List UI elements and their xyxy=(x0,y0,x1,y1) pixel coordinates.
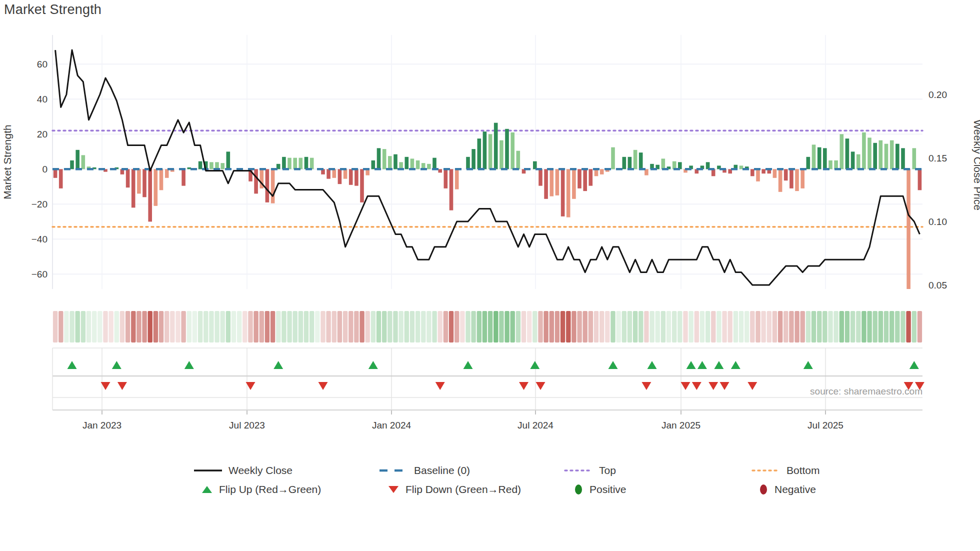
heat-cell xyxy=(750,311,754,342)
heat-cell xyxy=(366,311,370,342)
heat-cell xyxy=(918,311,922,342)
flip-down-marker xyxy=(436,382,445,390)
line-swatch-icon xyxy=(194,468,222,472)
heat-cell xyxy=(343,311,348,342)
heat-cell xyxy=(532,311,537,342)
heat-cell xyxy=(706,311,710,342)
strength-bar xyxy=(550,169,554,196)
legend-label: Positive xyxy=(590,484,626,496)
flip-up-marker xyxy=(274,361,283,369)
strength-bar xyxy=(472,149,476,169)
heat-cell xyxy=(360,311,364,342)
strength-bar xyxy=(377,148,381,169)
right-tick-label: 0.20 xyxy=(928,90,947,100)
strength-bar xyxy=(806,157,810,170)
heat-cell xyxy=(794,311,799,342)
heat-cell xyxy=(594,311,598,342)
legend-item-baseline[interactable]: Baseline (0) xyxy=(379,464,470,477)
flip-down-marker xyxy=(748,382,757,390)
strength-bar xyxy=(154,169,158,206)
heat-cell xyxy=(900,311,905,342)
strength-bar xyxy=(556,169,560,196)
heat-cell xyxy=(376,311,381,342)
strength-bar xyxy=(304,157,308,170)
strength-bar xyxy=(790,169,794,188)
legend-item-flip-down[interactable]: Flip Down (Green→Red) xyxy=(388,483,521,496)
heat-cell xyxy=(226,311,230,342)
heat-cell xyxy=(444,311,448,342)
strength-bar xyxy=(800,169,804,188)
heat-cell xyxy=(873,311,878,342)
strength-bar xyxy=(388,156,392,169)
legend-item-weekly-close[interactable]: Weekly Close xyxy=(194,464,292,477)
strength-bar xyxy=(405,157,409,170)
flip-up-marker xyxy=(686,361,696,369)
strength-bar xyxy=(879,140,883,170)
heat-cell xyxy=(164,311,169,342)
legend-item-flip-up[interactable]: Flip Up (Red→Green) xyxy=(201,483,321,496)
heat-cell xyxy=(694,311,699,342)
heat-cell xyxy=(382,311,386,342)
right-tick-label: 0.05 xyxy=(928,280,947,290)
flip-down-marker xyxy=(708,382,718,390)
heat-cell xyxy=(326,311,330,342)
strength-bar xyxy=(483,132,487,169)
heat-cell xyxy=(678,311,682,342)
heat-cell xyxy=(354,311,358,342)
strength-bar xyxy=(354,169,358,186)
strength-bar xyxy=(622,157,626,170)
heat-cell xyxy=(181,311,186,342)
left-axis-title: Market Strength xyxy=(2,124,13,199)
left-tick-label: 20 xyxy=(37,129,48,140)
strength-bar xyxy=(762,169,766,174)
flip-up-marker xyxy=(714,361,724,369)
heat-cell xyxy=(912,311,916,342)
legend-item-negative[interactable]: Negative xyxy=(758,483,816,496)
heat-cell xyxy=(404,311,409,342)
flip-up-marker xyxy=(804,361,813,369)
flip-down-marker xyxy=(118,382,127,390)
strength-bar xyxy=(795,169,799,191)
strength-bar xyxy=(812,144,816,169)
heat-cell xyxy=(739,311,744,342)
heat-cell xyxy=(661,311,666,342)
heat-cell xyxy=(772,311,777,342)
heat-cell xyxy=(192,311,197,342)
dotted-line-swatch-icon xyxy=(564,468,593,472)
gridlines xyxy=(52,35,922,414)
heat-cell xyxy=(64,311,68,342)
strength-bar xyxy=(254,169,258,194)
flip-up-marker xyxy=(464,361,473,369)
axis-tick-labels: 6040200−20−40−600.200.150.100.05Jan 2023… xyxy=(32,59,947,430)
market-strength-chart[interactable]: 6040200−20−40−600.200.150.100.05Jan 2023… xyxy=(0,0,980,445)
heat-cell xyxy=(499,311,504,342)
heat-cell xyxy=(878,311,883,342)
strength-bar xyxy=(538,169,542,186)
strength-bar xyxy=(137,169,141,194)
strength-bar xyxy=(410,158,414,169)
heat-cell xyxy=(371,311,376,342)
heat-cell xyxy=(332,311,336,342)
strength-bar xyxy=(432,158,436,170)
legend-item-bottom[interactable]: Bottom xyxy=(752,464,820,477)
strength-bar xyxy=(444,169,448,188)
heat-cell xyxy=(58,311,63,342)
heat-cell xyxy=(282,311,286,342)
strength-bar xyxy=(76,150,80,170)
heat-cell xyxy=(148,311,152,342)
legend-item-positive[interactable]: Positive xyxy=(574,483,626,496)
strength-bar xyxy=(611,148,615,170)
heat-cell xyxy=(862,311,866,342)
heat-cell xyxy=(610,311,615,342)
legend-item-top[interactable]: Top xyxy=(564,464,616,477)
strength-bar xyxy=(868,138,872,169)
heat-cell xyxy=(638,311,643,342)
heat-cell xyxy=(884,311,888,342)
strength-bar xyxy=(299,158,303,170)
strength-bar xyxy=(266,169,270,202)
strength-bar xyxy=(750,169,754,176)
strength-bar xyxy=(59,169,63,188)
heat-cell xyxy=(260,311,264,342)
heat-cell xyxy=(834,311,838,342)
strength-bar xyxy=(851,152,855,169)
